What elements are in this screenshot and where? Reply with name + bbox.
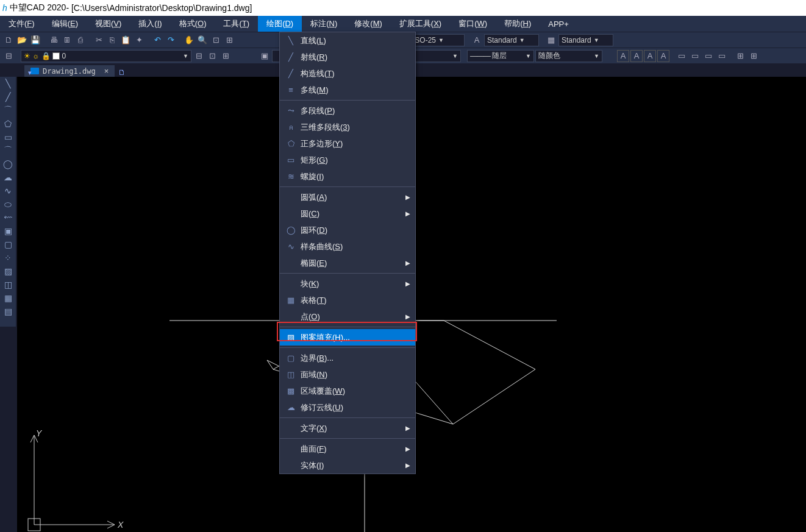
block-icon[interactable]: ▣ <box>259 50 271 62</box>
draw-menu-item[interactable]: 点(O)▶ <box>280 308 415 325</box>
save-icon[interactable]: 💾 <box>29 34 41 46</box>
polygon-tool-icon[interactable]: ⬠ <box>2 118 13 129</box>
menu-W[interactable]: 窗口(W) <box>450 16 496 32</box>
textstyle-icon[interactable]: A <box>471 34 483 46</box>
draw-menu-item[interactable]: ▢边界(B)... <box>280 350 415 366</box>
tablestyle-icon[interactable]: ▦ <box>545 34 557 46</box>
zoom-window-icon[interactable]: ⊡ <box>210 34 222 46</box>
close-tab-icon[interactable]: × <box>104 66 109 76</box>
draw-menu-item[interactable]: 圆(C)▶ <box>280 205 415 222</box>
region-tool-icon[interactable]: ◫ <box>2 279 13 290</box>
draw-menu-item[interactable]: ⩀三维多段线(3) <box>280 119 415 135</box>
anno-tool-c[interactable]: ▭ <box>702 50 715 62</box>
arc-tool-icon[interactable]: ⌒ <box>2 105 13 116</box>
menu-F[interactable]: 文件(F) <box>0 16 43 32</box>
text-tool-a[interactable]: A <box>617 50 629 62</box>
menu-O[interactable]: 格式(O) <box>171 16 215 32</box>
menu-APP+[interactable]: APP+ <box>540 17 577 31</box>
draw-menu-item[interactable]: 曲面(F)▶ <box>280 441 415 457</box>
draw-menu-item[interactable]: ╲直线(L) <box>280 32 415 49</box>
text-tool-b[interactable]: A <box>630 50 643 62</box>
draw-menu-item[interactable]: ╱射线(R) <box>280 49 415 65</box>
draw-menu-item[interactable]: 椭圆(E)▶ <box>280 255 415 271</box>
tablestyle-dropdown[interactable]: Standard▼ <box>558 34 613 46</box>
layer-dropdown[interactable]: ☀ ☼ 🔒 0 ▼ <box>21 50 191 62</box>
pan-icon[interactable]: ✋ <box>183 34 195 46</box>
preview-icon[interactable]: 🗏 <box>61 34 73 46</box>
draw-menu-item[interactable]: ▨图案填充(H)... <box>280 329 415 346</box>
zoom-icon[interactable]: 🔍 <box>196 34 209 46</box>
draw-menu-item[interactable]: ≡多线(M) <box>280 82 415 98</box>
publish-icon[interactable]: ⎙ <box>74 34 87 46</box>
open-icon[interactable]: 📂 <box>16 34 28 46</box>
linetype-dropdown[interactable]: ——— 随层▼ <box>467 50 534 62</box>
text-tool-c[interactable]: A <box>644 50 656 62</box>
block-tool-icon[interactable]: ▢ <box>2 239 13 250</box>
point-tool-icon[interactable]: ⁘ <box>2 252 13 263</box>
cloud-tool-icon[interactable]: ☁ <box>2 172 13 183</box>
zoom-extents-icon[interactable]: ⊞ <box>223 34 235 46</box>
new-tab-icon[interactable]: 🗋 <box>115 68 129 77</box>
draw-menu-item[interactable]: ◯圆环(D) <box>280 222 415 238</box>
draw-menu-item[interactable]: 实体(I)▶ <box>280 457 415 473</box>
menu-D[interactable]: 绘图(D) <box>258 16 302 32</box>
misc-tool-a[interactable]: ⊞ <box>734 50 746 62</box>
draw-menu-item[interactable]: ▭矩形(G) <box>280 152 415 168</box>
menu-N[interactable]: 标注(N) <box>302 16 346 32</box>
insert-tool-icon[interactable]: ▣ <box>2 225 13 236</box>
menu-T[interactable]: 工具(T) <box>215 16 258 32</box>
anno-tool-a[interactable]: ▭ <box>676 50 688 62</box>
draw-menu-item[interactable]: ◫面域(N) <box>280 366 415 383</box>
redo-icon[interactable]: ↷ <box>165 34 177 46</box>
text-tool-d[interactable]: A <box>657 50 669 62</box>
paste-icon[interactable]: 📋 <box>119 34 132 46</box>
layer-states-icon[interactable]: ⊡ <box>206 50 218 62</box>
draw-menu-item[interactable]: ╱构造线(T) <box>280 65 415 82</box>
print-icon[interactable]: 🖶 <box>48 34 60 46</box>
arc2-tool-icon[interactable]: ⌒ <box>2 145 13 156</box>
menu-H[interactable]: 帮助(H) <box>496 16 540 32</box>
draw-menu-item[interactable]: ≋螺旋(I) <box>280 168 415 185</box>
dimstyle-dropdown[interactable]: ISO-25▼ <box>410 34 465 46</box>
draw-menu-item[interactable]: ⬠正多边形(Y) <box>280 135 415 152</box>
text-tool-icon[interactable]: ▤ <box>2 306 13 317</box>
ellipse-tool-icon[interactable]: ⬭ <box>2 199 13 210</box>
copy-icon[interactable]: ⎘ <box>106 34 118 46</box>
line-tool-icon[interactable]: ╲ <box>2 78 13 89</box>
table-tool-icon[interactable]: ▦ <box>2 293 13 303</box>
xline-tool-icon[interactable]: ╱ <box>2 91 13 102</box>
menu-V[interactable]: 视图(V) <box>87 16 130 32</box>
circle-tool-icon[interactable]: ◯ <box>2 158 13 169</box>
layer-iso-icon[interactable]: ⊞ <box>219 50 232 62</box>
draw-menu-item[interactable]: ▦表格(T) <box>280 292 415 308</box>
draw-menu-item[interactable]: 圆弧(A)▶ <box>280 189 415 205</box>
draw-menu-item[interactable]: 文字(X)▶ <box>280 420 415 436</box>
anno-tool-d[interactable]: ▭ <box>716 50 728 62</box>
color-dropdown[interactable]: 随颜色▼ <box>535 50 602 62</box>
doc-tab[interactable]: Drawing1.dwg × <box>24 65 115 77</box>
textstyle-dropdown[interactable]: Standard▼ <box>484 34 539 46</box>
menu-X[interactable]: 扩展工具(X) <box>391 16 450 32</box>
menu-M[interactable]: 修改(M) <box>346 16 391 32</box>
menu-I[interactable]: 插入(I) <box>130 16 170 32</box>
draw-menu-item[interactable]: ∿样条曲线(S) <box>280 238 415 255</box>
spline-tool-icon[interactable]: ∿ <box>2 185 13 196</box>
rect-tool-icon[interactable]: ▭ <box>2 132 13 143</box>
anno-tool-b[interactable]: ▭ <box>689 50 701 62</box>
tab-chevron-icon[interactable]: ▾ <box>28 69 32 77</box>
submenu-arrow-icon: ▶ <box>405 194 410 200</box>
hatch-tool-icon[interactable]: ▨ <box>2 266 13 277</box>
matchprop-icon[interactable]: ✦ <box>133 34 145 46</box>
draw-menu-item[interactable]: ▩区域覆盖(W) <box>280 383 415 399</box>
new-icon[interactable]: 🗋 <box>2 34 15 46</box>
layer-manager-icon[interactable]: ⊟ <box>2 50 15 62</box>
misc-tool-b[interactable]: ⊞ <box>747 50 760 62</box>
cut-icon[interactable]: ✂ <box>93 34 105 46</box>
undo-icon[interactable]: ↶ <box>151 34 163 46</box>
ellipsearc-tool-icon[interactable]: ⬳ <box>2 212 13 223</box>
menu-E[interactable]: 编辑(E) <box>43 16 87 32</box>
layer-prev-icon[interactable]: ⊟ <box>193 50 205 62</box>
draw-menu-item[interactable]: ☁修订云线(U) <box>280 399 415 416</box>
draw-menu-item[interactable]: ⤳多段线(P) <box>280 102 415 119</box>
draw-menu-item[interactable]: 块(K)▶ <box>280 275 415 292</box>
